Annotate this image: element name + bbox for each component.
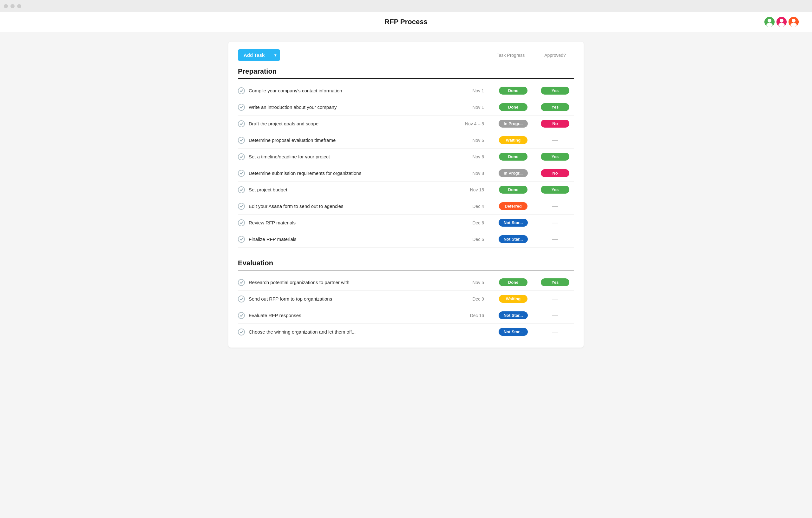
task-date: Dec 9 xyxy=(459,296,484,302)
task-check-icon[interactable] xyxy=(238,104,245,111)
minimize-dot[interactable] xyxy=(10,4,14,8)
task-check-icon[interactable] xyxy=(238,219,245,226)
table-row[interactable]: Set project budgetNov 15DoneYes xyxy=(238,182,574,198)
task-name: Draft the project goals and scope xyxy=(249,121,455,126)
task-status[interactable]: Done xyxy=(494,278,532,286)
task-approved[interactable]: Yes xyxy=(536,87,574,94)
task-date: Nov 5 xyxy=(459,280,484,285)
approved-badge: No xyxy=(541,169,569,177)
task-approved[interactable]: — xyxy=(536,137,574,143)
status-badge: Waiting xyxy=(499,136,527,144)
task-name: Set a timeline/deadline for your project xyxy=(249,154,455,159)
approved-dash: — xyxy=(541,328,569,335)
approved-dash: — xyxy=(541,296,569,302)
task-check-icon[interactable] xyxy=(238,137,245,144)
task-approved[interactable]: Yes xyxy=(536,153,574,161)
task-status[interactable]: Waiting xyxy=(494,295,532,303)
task-status[interactable]: Not Star... xyxy=(494,328,532,336)
task-approved[interactable]: Yes xyxy=(536,103,574,111)
task-status[interactable]: Deferred xyxy=(494,202,532,210)
table-row[interactable]: Evaluate RFP responsesDec 16Not Star...— xyxy=(238,307,574,324)
task-date: Nov 1 xyxy=(459,88,484,93)
table-row[interactable]: Determine submission requirements for or… xyxy=(238,165,574,182)
table-row[interactable]: Review RFP materialsDec 6Not Star...— xyxy=(238,215,574,231)
section-title-evaluation: Evaluation xyxy=(238,259,574,267)
status-badge: Not Star... xyxy=(499,235,528,243)
task-approved[interactable]: Yes xyxy=(536,186,574,194)
col-header-approved: Approved? xyxy=(536,53,574,58)
status-badge: Done xyxy=(499,278,527,286)
task-check-icon[interactable] xyxy=(238,236,245,243)
task-status[interactable]: Done xyxy=(494,103,532,111)
task-status[interactable]: Done xyxy=(494,87,532,94)
table-row[interactable]: Choose the winning organization and let … xyxy=(238,324,574,340)
task-approved[interactable]: — xyxy=(536,236,574,243)
task-date: Nov 6 xyxy=(459,138,484,143)
avatar-1 xyxy=(764,16,775,28)
task-status[interactable]: Not Star... xyxy=(494,311,532,319)
approved-dash: — xyxy=(541,137,569,143)
status-badge: Done xyxy=(499,87,527,94)
table-row[interactable]: Finalize RFP materialsDec 6Not Star...— xyxy=(238,231,574,248)
task-status[interactable]: Waiting xyxy=(494,136,532,144)
approved-badge: Yes xyxy=(541,103,569,111)
task-status[interactable]: Not Star... xyxy=(494,219,532,227)
avatar-3 xyxy=(788,16,799,28)
task-check-icon[interactable] xyxy=(238,153,245,160)
task-check-icon[interactable] xyxy=(238,186,245,193)
task-check-icon[interactable] xyxy=(238,170,245,177)
approved-dash: — xyxy=(541,236,569,243)
task-status[interactable]: In Progr... xyxy=(494,120,532,128)
add-task-button[interactable]: Add Task ▾ xyxy=(238,49,280,61)
approved-badge: Yes xyxy=(541,186,569,194)
task-name: Evaluate RFP responses xyxy=(249,312,455,318)
task-check-icon[interactable] xyxy=(238,87,245,94)
table-row[interactable]: Research potential organizations to part… xyxy=(238,274,574,291)
task-approved[interactable]: — xyxy=(536,312,574,319)
task-name: Finalize RFP materials xyxy=(249,237,455,242)
task-date: Nov 15 xyxy=(459,187,484,192)
task-status[interactable]: Done xyxy=(494,153,532,161)
task-status[interactable]: In Progr... xyxy=(494,169,532,177)
task-check-icon[interactable] xyxy=(238,279,245,286)
task-approved[interactable]: No xyxy=(536,120,574,128)
status-badge: In Progr... xyxy=(499,120,528,128)
task-check-icon[interactable] xyxy=(238,296,245,302)
task-check-icon[interactable] xyxy=(238,312,245,319)
table-row[interactable]: Draft the project goals and scopeNov 4 –… xyxy=(238,115,574,132)
title-bar xyxy=(0,0,812,12)
avatar-2 xyxy=(776,16,787,28)
table-row[interactable]: Set a timeline/deadline for your project… xyxy=(238,148,574,165)
add-task-dropdown-icon[interactable]: ▾ xyxy=(270,50,280,61)
task-approved[interactable]: — xyxy=(536,203,574,210)
status-badge: Not Star... xyxy=(499,219,528,227)
task-status[interactable]: Done xyxy=(494,186,532,194)
task-approved[interactable]: — xyxy=(536,219,574,226)
task-check-icon[interactable] xyxy=(238,120,245,127)
task-check-icon[interactable] xyxy=(238,203,245,210)
table-row[interactable]: Send out RFP form to top organizationsDe… xyxy=(238,291,574,307)
status-badge: Done xyxy=(499,153,527,161)
task-status[interactable]: Not Star... xyxy=(494,235,532,243)
task-check-icon[interactable] xyxy=(238,328,245,335)
task-approved[interactable]: Yes xyxy=(536,278,574,286)
task-name: Determine submission requirements for or… xyxy=(249,170,455,176)
task-approved[interactable]: No xyxy=(536,169,574,177)
close-dot[interactable] xyxy=(4,4,8,8)
task-name: Determine proposal evaluation timeframe xyxy=(249,137,455,143)
status-badge: Deferred xyxy=(499,202,527,210)
task-name: Set project budget xyxy=(249,187,455,192)
table-row[interactable]: Edit your Asana form to send out to agen… xyxy=(238,198,574,215)
maximize-dot[interactable] xyxy=(17,4,21,8)
task-approved[interactable]: — xyxy=(536,296,574,302)
table-row[interactable]: Write an introduction about your company… xyxy=(238,99,574,115)
table-row[interactable]: Determine proposal evaluation timeframeN… xyxy=(238,132,574,148)
approved-badge: Yes xyxy=(541,87,569,94)
task-approved[interactable]: — xyxy=(536,328,574,335)
table-row[interactable]: Compile your company's contact informati… xyxy=(238,83,574,99)
approved-dash: — xyxy=(541,219,569,226)
task-name: Send out RFP form to top organizations xyxy=(249,296,455,302)
section-divider-evaluation xyxy=(238,270,574,270)
status-badge: Not Star... xyxy=(499,328,528,336)
approved-dash: — xyxy=(541,312,569,319)
